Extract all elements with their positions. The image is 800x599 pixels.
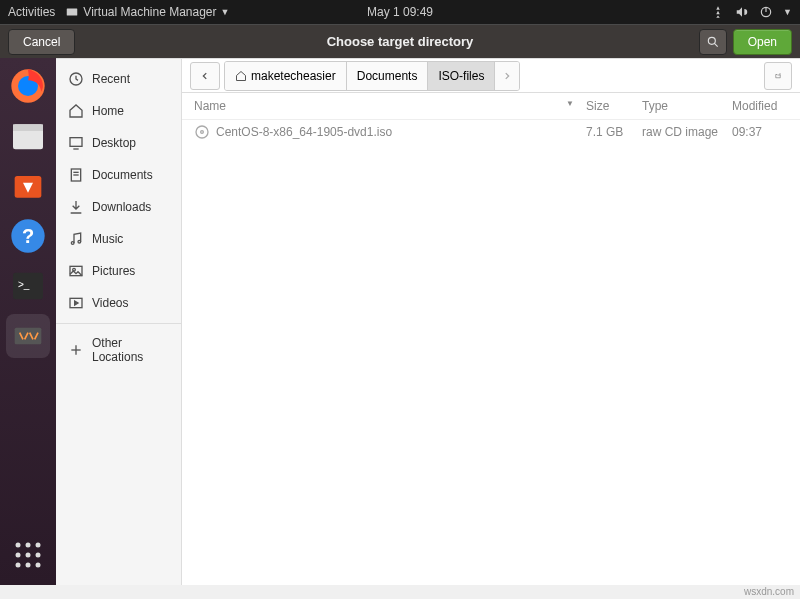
- svg-point-30: [71, 242, 74, 245]
- firefox-icon: [8, 66, 48, 106]
- network-icon[interactable]: [711, 5, 725, 19]
- file-chooser: Recent Home Desktop Documents Downloads …: [56, 58, 800, 585]
- col-name[interactable]: Name: [194, 99, 566, 113]
- virt-manager-launcher[interactable]: [6, 314, 50, 358]
- app-grid-button[interactable]: [6, 533, 50, 577]
- help-launcher[interactable]: ?: [6, 214, 50, 258]
- svg-point-20: [36, 553, 41, 558]
- place-recent[interactable]: Recent: [56, 63, 181, 95]
- cancel-button[interactable]: Cancel: [8, 29, 75, 55]
- dialog-title: Choose target directory: [327, 34, 474, 49]
- svg-point-16: [26, 543, 31, 548]
- path-seg-home[interactable]: maketecheasier: [225, 62, 347, 90]
- files-icon: [8, 116, 48, 156]
- file-list-area: maketecheasier Documents ISO-files Name …: [182, 59, 800, 585]
- home-icon: [235, 70, 247, 82]
- virt-manager-icon: [8, 316, 48, 356]
- downloads-icon: [68, 199, 84, 215]
- file-name: CentOS-8-x86_64-1905-dvd1.iso: [216, 125, 586, 139]
- watermark: wsxdn.com: [744, 586, 794, 597]
- software-launcher[interactable]: [6, 164, 50, 208]
- svg-point-38: [201, 131, 204, 134]
- search-button[interactable]: [699, 29, 727, 55]
- app-menu-label: Virtual Machine Manager: [83, 5, 216, 19]
- svg-point-17: [36, 543, 41, 548]
- place-downloads[interactable]: Downloads: [56, 191, 181, 223]
- activities-button[interactable]: Activities: [8, 5, 55, 19]
- virt-manager-icon: [65, 5, 79, 19]
- documents-icon: [68, 167, 84, 183]
- software-icon: [8, 166, 48, 206]
- path-back-button[interactable]: [190, 62, 220, 90]
- svg-point-22: [26, 563, 31, 568]
- svg-text:?: ?: [22, 225, 34, 247]
- svg-point-21: [16, 563, 21, 568]
- firefox-launcher[interactable]: [6, 64, 50, 108]
- col-size[interactable]: Size: [586, 99, 642, 113]
- new-folder-icon: [775, 68, 781, 84]
- open-button[interactable]: Open: [733, 29, 792, 55]
- sort-indicator-icon: ▼: [566, 99, 574, 113]
- desktop-icon: [68, 135, 84, 151]
- path-seg-documents[interactable]: Documents: [347, 62, 429, 90]
- gnome-top-bar: Activities Virtual Machine Manager ▼ May…: [0, 0, 800, 24]
- plus-icon: [68, 342, 84, 358]
- svg-rect-8: [13, 124, 43, 131]
- svg-point-18: [16, 553, 21, 558]
- path-seg-iso[interactable]: ISO-files: [428, 62, 495, 90]
- file-size: 7.1 GB: [586, 125, 642, 139]
- power-icon[interactable]: [759, 5, 773, 19]
- clock-icon: [68, 71, 84, 87]
- path-bar: maketecheasier Documents ISO-files: [182, 59, 800, 93]
- place-pictures[interactable]: Pictures: [56, 255, 181, 287]
- chevron-left-icon: [200, 71, 210, 81]
- place-videos[interactable]: Videos: [56, 287, 181, 319]
- terminal-launcher[interactable]: >_: [6, 264, 50, 308]
- file-modified: 09:37: [732, 125, 788, 139]
- svg-point-23: [36, 563, 41, 568]
- place-desktop[interactable]: Desktop: [56, 127, 181, 159]
- svg-point-19: [26, 553, 31, 558]
- chevron-down-icon: ▼: [221, 7, 230, 17]
- videos-icon: [68, 295, 84, 311]
- col-type[interactable]: Type: [642, 99, 732, 113]
- places-sidebar: Recent Home Desktop Documents Downloads …: [56, 59, 182, 585]
- dialog-header: Cancel Choose target directory Open: [0, 24, 800, 58]
- ubuntu-dock: ? >_: [0, 58, 56, 585]
- place-music[interactable]: Music: [56, 223, 181, 255]
- svg-rect-14: [15, 328, 42, 345]
- app-menu[interactable]: Virtual Machine Manager ▼: [65, 5, 229, 19]
- svg-rect-0: [67, 9, 78, 16]
- svg-point-31: [78, 240, 81, 243]
- place-home[interactable]: Home: [56, 95, 181, 127]
- grid-icon: [8, 535, 48, 575]
- new-folder-button[interactable]: [764, 62, 792, 90]
- place-documents[interactable]: Documents: [56, 159, 181, 191]
- iso-file-icon: [194, 124, 210, 140]
- search-icon: [706, 35, 720, 49]
- col-modified[interactable]: Modified: [732, 99, 788, 113]
- svg-point-15: [16, 543, 21, 548]
- pictures-icon: [68, 263, 84, 279]
- chevron-down-icon[interactable]: ▼: [783, 7, 792, 17]
- home-icon: [68, 103, 84, 119]
- svg-text:>_: >_: [18, 279, 30, 290]
- volume-icon[interactable]: [735, 5, 749, 19]
- chevron-right-icon: [502, 71, 512, 81]
- files-launcher[interactable]: [6, 114, 50, 158]
- svg-line-4: [714, 43, 718, 47]
- terminal-icon: >_: [8, 266, 48, 306]
- place-other[interactable]: Other Locations: [56, 323, 181, 372]
- svg-point-37: [196, 126, 208, 138]
- help-icon: ?: [8, 216, 48, 256]
- music-icon: [68, 231, 84, 247]
- file-row[interactable]: CentOS-8-x86_64-1905-dvd1.iso 7.1 GB raw…: [182, 120, 800, 144]
- file-type: raw CD image: [642, 125, 732, 139]
- path-overflow[interactable]: [495, 62, 519, 90]
- svg-rect-25: [70, 138, 82, 147]
- file-columns-header[interactable]: Name ▼ Size Type Modified: [182, 93, 800, 120]
- clock[interactable]: May 1 09:49: [367, 5, 433, 19]
- bottom-strip: [0, 585, 800, 599]
